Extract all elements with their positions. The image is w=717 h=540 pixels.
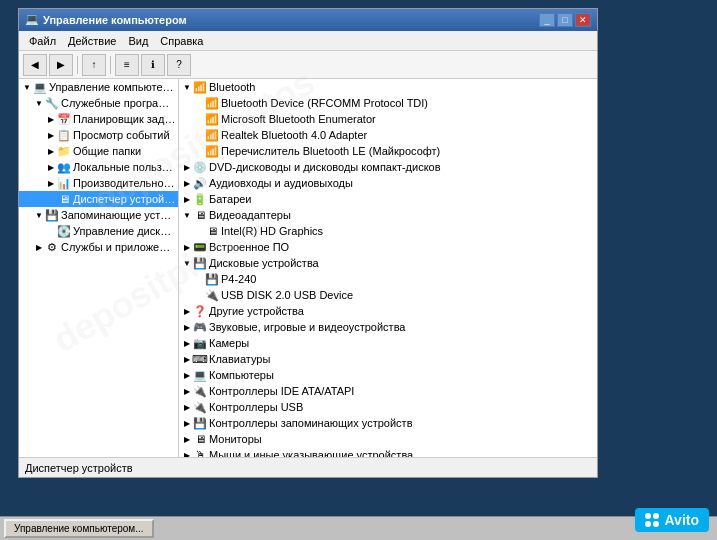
right-tree-item-cameras[interactable]: 📷Камеры bbox=[179, 335, 597, 351]
right-tree-item-usbdisk[interactable]: 🔌USB DISK 2.0 USB Device bbox=[179, 287, 597, 303]
right-pane: 📶Bluetooth📶Bluetooth Device (RFCOMM Prot… bbox=[179, 79, 597, 457]
right-tree-item-batteries[interactable]: 🔋Батареи bbox=[179, 191, 597, 207]
content-area: 💻Управление компьютером (л...🔧Служебные … bbox=[19, 79, 597, 457]
item-label: Диспетчер устройств bbox=[73, 193, 176, 205]
avito-dot-3 bbox=[645, 521, 651, 527]
expand-arrow bbox=[181, 241, 193, 253]
left-tree-item-devmgr[interactable]: 🖥Диспетчер устройств bbox=[19, 191, 178, 207]
maximize-button[interactable]: □ bbox=[557, 13, 573, 27]
item-label: USB DISK 2.0 USB Device bbox=[221, 289, 353, 301]
expand-arrow bbox=[45, 161, 57, 173]
right-tree-item-firmware[interactable]: 📟Встроенное ПО bbox=[179, 239, 597, 255]
avito-text: Avito bbox=[665, 512, 699, 528]
right-tree-item-bt3[interactable]: 📶Realtek Bluetooth 4.0 Adapter bbox=[179, 127, 597, 143]
item-label: Производительность bbox=[73, 177, 176, 189]
right-tree-item-storagectrl[interactable]: 💾Контроллеры запоминающих устройств bbox=[179, 415, 597, 431]
taskbar-button[interactable]: Управление компьютером... bbox=[4, 519, 154, 538]
expand-arrow bbox=[45, 177, 57, 189]
item-icon: 📊 bbox=[57, 176, 71, 190]
right-tree-item-usbctrl[interactable]: 🔌Контроллеры USB bbox=[179, 399, 597, 415]
forward-button[interactable]: ▶ bbox=[49, 54, 73, 76]
item-label: Microsoft Bluetooth Enumerator bbox=[221, 113, 376, 125]
item-label: Мыши и иные указывающие устройства bbox=[209, 449, 413, 457]
menu-file[interactable]: Файл bbox=[23, 33, 62, 49]
up-button[interactable]: ↑ bbox=[82, 54, 106, 76]
left-pane: 💻Управление компьютером (л...🔧Служебные … bbox=[19, 79, 179, 457]
toolbar-separator bbox=[77, 56, 78, 74]
right-tree-item-p4240[interactable]: 💾P4-240 bbox=[179, 271, 597, 287]
properties-button[interactable]: ℹ bbox=[141, 54, 165, 76]
left-tree-item-eventviewer[interactable]: 📋Просмотр событий bbox=[19, 127, 178, 143]
right-tree-item-computers[interactable]: 💻Компьютеры bbox=[179, 367, 597, 383]
menu-view[interactable]: Вид bbox=[122, 33, 154, 49]
right-tree-item-mice[interactable]: 🖱Мыши и иные указывающие устройства bbox=[179, 447, 597, 457]
right-tree-item-bluetooth[interactable]: 📶Bluetooth bbox=[179, 79, 597, 95]
right-tree-item-videoadapters[interactable]: 🖥Видеоадаптеры bbox=[179, 207, 597, 223]
item-icon: 👥 bbox=[57, 160, 71, 174]
right-tree-item-intelhd[interactable]: 🖥Intel(R) HD Graphics bbox=[179, 223, 597, 239]
expand-arrow bbox=[21, 81, 33, 93]
show-hide-button[interactable]: ≡ bbox=[115, 54, 139, 76]
item-label: DVD-дисководы и дисководы компакт-дисков bbox=[209, 161, 441, 173]
right-tree-item-sound[interactable]: 🎮Звуковые, игровые и видеоустройства bbox=[179, 319, 597, 335]
left-tree-item-diskmgmt[interactable]: 💽Управление дисками bbox=[19, 223, 178, 239]
menu-bar: Файл Действие Вид Справка bbox=[19, 31, 597, 51]
status-bar: Диспетчер устройств bbox=[19, 457, 597, 477]
back-button[interactable]: ◀ bbox=[23, 54, 47, 76]
minimize-button[interactable]: _ bbox=[539, 13, 555, 27]
expand-arrow bbox=[181, 433, 193, 445]
left-tree-item-sharedfolders[interactable]: 📁Общие папки bbox=[19, 143, 178, 159]
left-tree-item-storage[interactable]: 💾Запоминающие устройства bbox=[19, 207, 178, 223]
left-tree-item-services[interactable]: 🔧Служебные программы bbox=[19, 95, 178, 111]
item-label: Контроллеры USB bbox=[209, 401, 303, 413]
right-tree-item-bt1[interactable]: 📶Bluetooth Device (RFCOMM Protocol TDI) bbox=[179, 95, 597, 111]
item-label: Bluetooth bbox=[209, 81, 255, 93]
item-label: Локальные пользователи bbox=[73, 161, 176, 173]
item-label: Компьютеры bbox=[209, 369, 274, 381]
menu-help[interactable]: Справка bbox=[154, 33, 209, 49]
item-label: Звуковые, игровые и видеоустройства bbox=[209, 321, 406, 333]
item-icon: 📶 bbox=[205, 96, 219, 110]
right-tree-item-bt4[interactable]: 📶Перечислитель Bluetooth LE (Майкрософт) bbox=[179, 143, 597, 159]
item-icon: ❓ bbox=[193, 304, 207, 318]
avito-dot-1 bbox=[645, 513, 651, 519]
left-tree-item-localusers[interactable]: 👥Локальные пользователи bbox=[19, 159, 178, 175]
main-window: 💻 Управление компьютером _ □ ✕ Файл Дейс… bbox=[18, 8, 598, 478]
help-button[interactable]: ? bbox=[167, 54, 191, 76]
close-button[interactable]: ✕ bbox=[575, 13, 591, 27]
left-tree-item-performance[interactable]: 📊Производительность bbox=[19, 175, 178, 191]
item-icon: 🖥 bbox=[205, 224, 219, 238]
window-title: Управление компьютером bbox=[43, 14, 539, 26]
item-icon: ⌨ bbox=[193, 352, 207, 366]
item-icon: 📷 bbox=[193, 336, 207, 350]
left-tree-item-scheduler[interactable]: 📅Планировщик заданий bbox=[19, 111, 178, 127]
right-tree-item-ideata[interactable]: 🔌Контроллеры IDE ATA/ATAPI bbox=[179, 383, 597, 399]
item-label: Контроллеры IDE ATA/ATAPI bbox=[209, 385, 354, 397]
right-tree-item-monitors[interactable]: 🖥Мониторы bbox=[179, 431, 597, 447]
right-tree-item-diskdev[interactable]: 💾Дисковые устройства bbox=[179, 255, 597, 271]
right-tree-item-audio[interactable]: 🔊Аудиовходы и аудиовыходы bbox=[179, 175, 597, 191]
right-tree-item-bt2[interactable]: 📶Microsoft Bluetooth Enumerator bbox=[179, 111, 597, 127]
status-text: Диспетчер устройств bbox=[25, 462, 133, 474]
right-tree-item-dvd[interactable]: 💿DVD-дисководы и дисководы компакт-диско… bbox=[179, 159, 597, 175]
item-label: Intel(R) HD Graphics bbox=[221, 225, 323, 237]
left-tree-item-srvapps[interactable]: ⚙Службы и приложения bbox=[19, 239, 178, 255]
expand-arrow bbox=[181, 417, 193, 429]
item-icon: 📶 bbox=[205, 128, 219, 142]
toolbar-separator2 bbox=[110, 56, 111, 74]
right-tree-item-keyboards[interactable]: ⌨Клавиатуры bbox=[179, 351, 597, 367]
expand-arrow bbox=[181, 449, 193, 457]
avito-dots bbox=[645, 513, 659, 527]
window-controls: _ □ ✕ bbox=[539, 13, 591, 27]
item-icon: 💽 bbox=[57, 224, 71, 238]
left-tree-item-root[interactable]: 💻Управление компьютером (л... bbox=[19, 79, 178, 95]
item-icon: 💻 bbox=[33, 80, 47, 94]
item-icon: 💾 bbox=[45, 208, 59, 222]
item-label: Общие папки bbox=[73, 145, 141, 157]
avito-dot-4 bbox=[653, 521, 659, 527]
right-tree-item-other[interactable]: ❓Другие устройства bbox=[179, 303, 597, 319]
menu-action[interactable]: Действие bbox=[62, 33, 122, 49]
item-label: Служебные программы bbox=[61, 97, 176, 109]
expand-arrow bbox=[181, 369, 193, 381]
expand-arrow bbox=[181, 177, 193, 189]
